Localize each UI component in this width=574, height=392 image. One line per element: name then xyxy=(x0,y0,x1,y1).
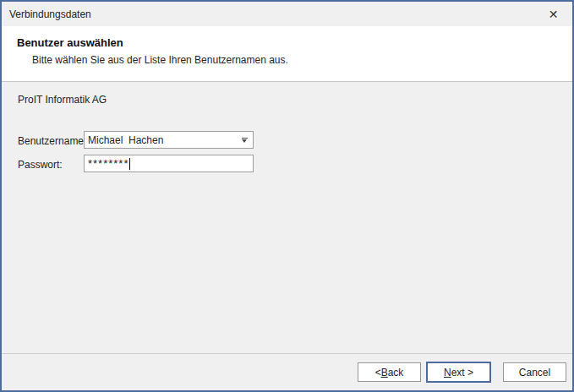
next-label-post: ext > xyxy=(451,367,473,378)
password-masked-value: ******** xyxy=(88,155,128,172)
cancel-button[interactable]: Cancel xyxy=(503,362,566,382)
close-button[interactable]: ✕ xyxy=(534,2,572,26)
username-combobox[interactable]: Michael Hachen xyxy=(84,131,254,149)
wizard-header: Benutzer auswählen Bitte wählen Sie aus … xyxy=(2,26,572,82)
next-button[interactable]: Next > xyxy=(426,362,491,383)
password-input[interactable]: ******** xyxy=(84,155,254,172)
username-label: Benutzername: xyxy=(18,135,86,147)
company-label: ProIT Informatik AG xyxy=(18,94,107,106)
back-button[interactable]: < Back xyxy=(358,362,421,382)
wizard-body: ProIT Informatik AG Benutzername: Michae… xyxy=(2,82,572,353)
title-bar: Verbindungsdaten ✕ xyxy=(2,2,572,26)
dropdown-arrow-bar xyxy=(242,138,248,139)
back-label-post: ack xyxy=(388,367,404,378)
wizard-footer: < Back Next > Cancel xyxy=(2,353,572,390)
window-title: Verbindungsdaten xyxy=(9,8,91,20)
text-caret xyxy=(129,158,130,170)
back-label-mnemonic: B xyxy=(381,367,388,378)
dropdown-arrow-triangle xyxy=(242,139,247,143)
cancel-label: Cancel xyxy=(519,367,550,378)
wizard-dialog: Verbindungsdaten ✕ Benutzer auswählen Bi… xyxy=(0,0,574,392)
password-label: Passwort: xyxy=(18,159,63,171)
username-value: Michael Hachen xyxy=(88,134,163,146)
close-icon: ✕ xyxy=(549,8,559,21)
back-label-pre: < xyxy=(375,367,381,378)
next-label-mnemonic: N xyxy=(444,367,451,378)
page-title: Benutzer auswählen xyxy=(17,36,572,49)
page-subtitle: Bitte wählen Sie aus der Liste Ihren Ben… xyxy=(32,54,572,66)
dropdown-arrow-icon[interactable] xyxy=(239,132,249,148)
